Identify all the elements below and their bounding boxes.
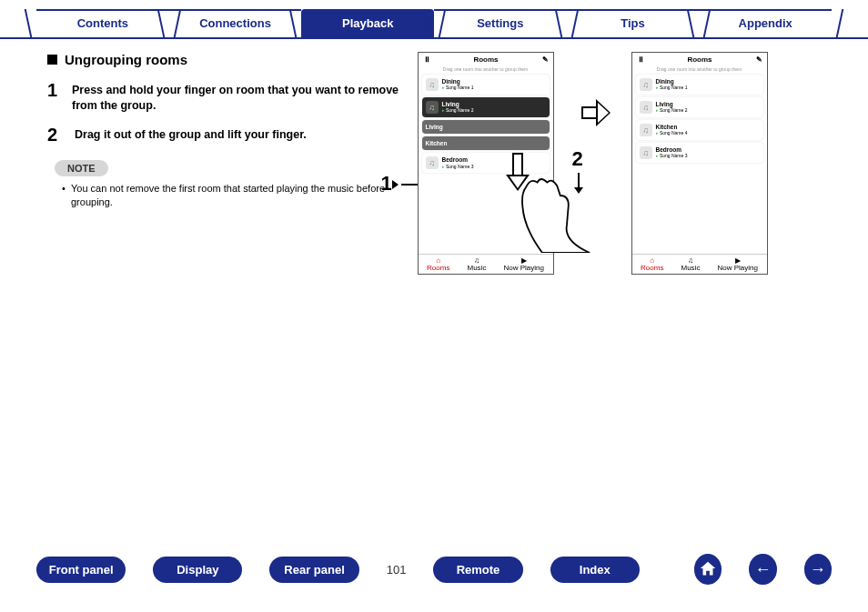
phone-footer: ⌂Rooms ♫Music ▶Now Playing [419, 254, 553, 274]
arrow-right-icon: → [810, 560, 826, 579]
music-icon: ♫ [426, 101, 439, 114]
footer-rooms: ⌂Rooms [427, 257, 449, 272]
phone-footer: ⌂Rooms ♫Music ▶Now Playing [632, 254, 767, 274]
section-marker-icon [47, 55, 57, 65]
edit-icon: ✎ [756, 55, 762, 64]
phone-screen-after: ⏸Rooms✎ Drag one room into another to gr… [631, 52, 768, 275]
note-badge: NOTE [55, 160, 108, 176]
music-icon: ♫ [640, 146, 652, 159]
step-2: 2 Drag it out of the group and lift your… [47, 125, 409, 145]
room-row: Kitchen [422, 136, 550, 150]
step-number: 1 [47, 80, 59, 114]
bottom-nav: Front panel Display Rear panel 101 Remot… [0, 554, 868, 585]
room-row: ♫DiningSong Name 1 [422, 75, 550, 95]
footer-nowplaying: ▶Now Playing [503, 257, 543, 272]
flow-arrow-icon [581, 99, 612, 126]
room-row: ♫KitchenSong Name 4 [636, 120, 763, 140]
home-icon [698, 559, 718, 579]
music-icon: ♫ [426, 78, 439, 91]
room-row: Living [422, 120, 550, 134]
footer-music: ♫Music [681, 257, 701, 272]
footer-rooms: ⌂Rooms [641, 257, 663, 272]
pause-icon: ⏸ [637, 55, 644, 64]
pause-icon: ⏸ [423, 55, 430, 64]
phone-subtitle: Drag one room into another to group them [632, 66, 767, 75]
step-number: 2 [47, 125, 62, 145]
finger-illustration [510, 171, 591, 253]
next-page-button[interactable]: → [804, 554, 832, 585]
step-text: Drag it out of the group and lift your f… [75, 125, 307, 145]
home-button[interactable] [694, 554, 722, 585]
phone-subtitle: Drag one room into another to group them [419, 66, 553, 75]
section-title: Ungrouping rooms [65, 52, 187, 67]
edit-icon: ✎ [542, 55, 549, 64]
phone-title: Rooms [473, 55, 498, 64]
tab-contents[interactable]: Contents [36, 9, 169, 37]
front-panel-button[interactable]: Front panel [36, 557, 126, 583]
room-row: ♫DiningSong Name 1 [636, 75, 763, 95]
room-row: ♫BedroomSong Name 3 [422, 153, 550, 173]
room-row: ♫LivingSong Name 2 [636, 97, 763, 117]
page-number: 101 [387, 563, 407, 577]
music-icon: ♫ [640, 78, 652, 91]
room-row: ♫LivingSong Name 2 [422, 97, 550, 117]
music-icon: ♫ [426, 156, 439, 169]
tab-connections[interactable]: Connections [169, 9, 302, 37]
rear-panel-button[interactable]: Rear panel [269, 557, 358, 583]
remote-button[interactable]: Remote [433, 557, 522, 583]
tab-playback[interactable]: Playback [301, 9, 434, 37]
prev-page-button[interactable]: ← [749, 554, 776, 585]
music-icon: ♫ [640, 124, 652, 136]
index-button[interactable]: Index [550, 557, 640, 583]
tab-appendix[interactable]: Appendix [699, 9, 832, 37]
footer-music: ♫Music [468, 257, 487, 272]
callout-label-1: 1 [381, 172, 418, 196]
step-text: Press and hold your finger on room that … [72, 80, 409, 114]
display-button[interactable]: Display [153, 557, 242, 583]
tab-tips[interactable]: Tips [567, 9, 700, 37]
step-1: 1 Press and hold your finger on room tha… [47, 80, 409, 114]
footer-nowplaying: ▶Now Playing [717, 257, 757, 272]
phone-screen-before: ⏸Rooms✎ Drag one room into another to gr… [418, 52, 554, 275]
room-row: ♫BedroomSong Name 3 [636, 143, 763, 163]
phone-title: Rooms [687, 55, 712, 64]
tab-settings[interactable]: Settings [434, 9, 567, 37]
music-icon: ♫ [640, 101, 652, 114]
arrow-left-icon: ← [754, 560, 771, 579]
note-item: You can not remove the first room that s… [62, 182, 409, 210]
top-tabs: Contents Connections Playback Settings T… [0, 0, 868, 39]
